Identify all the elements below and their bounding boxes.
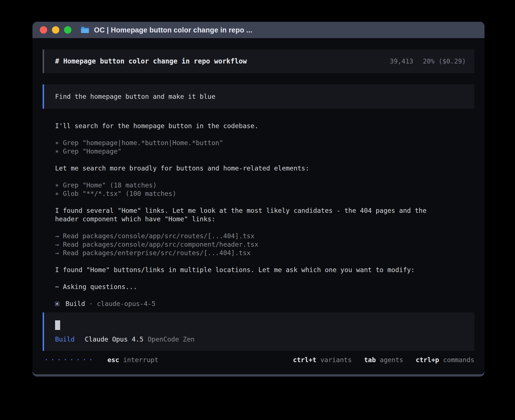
session-header: # Homepage button color change in repo w… <box>43 49 474 73</box>
agent-square-icon <box>55 302 59 306</box>
terminal-content: # Homepage button color change in repo w… <box>32 38 485 374</box>
tool-call-group: ∗ Grep "Home" (18 matches) ∗ Glob "**/*.… <box>55 181 474 198</box>
tool-call-grep: ∗ Grep "Home" (18 matches) <box>55 181 445 189</box>
assistant-text: I found several "Home" links. Let me loo… <box>55 206 445 223</box>
working-status: ~ Asking questions... <box>55 283 445 291</box>
tool-call-glob: ∗ Glob "**/*.tsx" (100 matches) <box>55 189 445 198</box>
commands-label: commands <box>443 356 474 364</box>
agent-mode-label[interactable]: Build <box>55 336 75 343</box>
agents-hint[interactable]: tab agents <box>364 356 403 364</box>
text-cursor <box>55 320 60 330</box>
traffic-lights <box>40 26 71 34</box>
spinner-dots: ········ <box>44 356 95 364</box>
user-message: Find the homepage button and make it blu… <box>43 84 474 109</box>
terminal-window: OC | Homepage button color change in rep… <box>32 22 485 377</box>
status-left: ········ esc interrupt <box>43 356 158 364</box>
tool-call-read: → Read packages/console/app/src/componen… <box>55 240 445 249</box>
minimize-button[interactable] <box>52 26 59 34</box>
input-mode-line: Build Claude Opus 4.5 OpenCode Zen <box>55 336 466 343</box>
esc-key: esc <box>108 356 119 364</box>
folder-icon <box>80 26 90 34</box>
session-title: # Homepage button color change in repo w… <box>55 57 247 65</box>
agent-separator: · <box>89 299 93 308</box>
provider-name: OpenCode Zen <box>148 336 195 343</box>
agent-indicator: Build · claude-opus-4-5 <box>55 299 474 308</box>
status-right: ctrl+t variants tab agents ctrl+p comman… <box>293 356 474 364</box>
agents-key: tab <box>364 356 376 364</box>
window-title: OC | Homepage button color change in rep… <box>94 26 252 34</box>
close-button[interactable] <box>40 26 47 34</box>
tool-call-grep: ∗ Grep "Homepage" <box>55 147 445 156</box>
commands-hint[interactable]: ctrl+p commands <box>416 356 474 364</box>
session-stats: 39,413 20% ($0.29) <box>390 58 466 65</box>
tool-call-read: → Read packages/enterprise/src/routes/[.… <box>55 249 445 257</box>
commands-key: ctrl+p <box>416 356 439 364</box>
agent-name: Build <box>66 299 85 308</box>
titlebar[interactable]: OC | Homepage button color change in rep… <box>32 22 485 38</box>
tool-call-read: → Read packages/console/app/src/routes/[… <box>55 232 445 240</box>
assistant-text: I'll search for the homepage button in t… <box>55 122 445 130</box>
model-name[interactable]: Claude Opus 4.5 <box>85 336 143 343</box>
zoom-button[interactable] <box>64 26 71 34</box>
transcript: I'll search for the homepage button in t… <box>55 122 474 308</box>
assistant-text: Let me search more broadly for buttons a… <box>55 164 445 172</box>
tool-call-group: → Read packages/console/app/src/routes/[… <box>55 232 474 257</box>
tool-call-group: ∗ Grep "homepage|home.*button|Home.*butt… <box>55 139 474 156</box>
prompt-input[interactable]: Build Claude Opus 4.5 OpenCode Zen <box>43 312 474 351</box>
agents-label: agents <box>380 356 403 364</box>
token-count: 39,413 <box>390 58 413 65</box>
esc-label: interrupt <box>123 356 158 364</box>
variants-label: variants <box>320 356 352 364</box>
tool-call-grep: ∗ Grep "homepage|home.*button|Home.*butt… <box>55 139 445 147</box>
agent-model: claude-opus-4-5 <box>97 299 156 308</box>
user-message-text: Find the homepage button and make it blu… <box>55 93 215 100</box>
variants-hint[interactable]: ctrl+t variants <box>293 356 352 364</box>
interrupt-hint[interactable]: esc interrupt <box>108 356 158 364</box>
assistant-text: I found "Home" buttons/links in multiple… <box>55 266 445 274</box>
status-bar: ········ esc interrupt ctrl+t variants t… <box>43 356 474 364</box>
variants-key: ctrl+t <box>293 356 317 364</box>
context-cost: 20% ($0.29) <box>423 58 466 65</box>
